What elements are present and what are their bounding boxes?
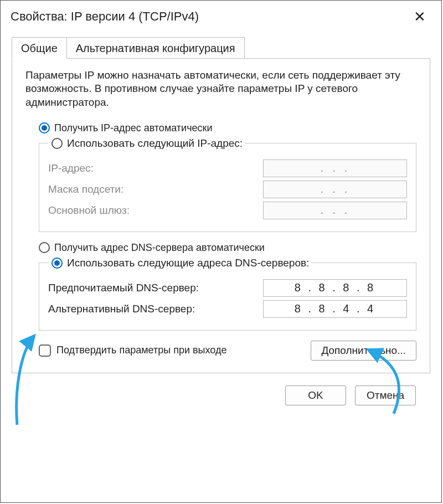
preferred-dns-input[interactable]: 8 . 8 . 8 . 8 (263, 279, 407, 297)
properties-dialog: Свойства: IP версии 4 (TCP/IPv4) ✕ Общие… (0, 0, 442, 503)
close-icon[interactable]: ✕ (408, 7, 431, 26)
checkbox-icon (39, 344, 51, 357)
radio-ip-manual[interactable]: Использовать следующий IP-адрес: (50, 137, 243, 150)
dns-manual-group: Использовать следующие адреса DNS-сервер… (39, 257, 416, 331)
gateway-label: Основной шлюз: (48, 204, 130, 217)
radio-icon (39, 122, 50, 133)
tab-alternate[interactable]: Альтернативная конфигурация (66, 37, 245, 59)
tab-general[interactable]: Общие (12, 37, 67, 59)
subnet-mask-label: Маска подсети: (48, 183, 123, 196)
titlebar: Свойства: IP версии 4 (TCP/IPv4) ✕ (1, 1, 441, 32)
subnet-mask-input: . . . (263, 181, 407, 198)
radio-ip-manual-label: Использовать следующий IP-адрес: (67, 137, 243, 150)
dialog-footer: OK Отмена (12, 373, 430, 405)
cancel-button[interactable]: Отмена (355, 385, 416, 405)
ip-address-input: . . . (263, 160, 407, 177)
radio-icon (51, 258, 63, 269)
window-title: Свойства: IP версии 4 (TCP/IPv4) (11, 9, 199, 24)
validate-label: Подтвердить параметры при выходе (56, 344, 226, 356)
ip-address-label: IP-адрес: (48, 162, 94, 174)
tab-strip: Общие Альтернативная конфигурация (12, 37, 430, 59)
dialog-body: Общие Альтернативная конфигурация Параме… (1, 37, 441, 405)
radio-ip-auto[interactable]: Получить IP-адрес автоматически (39, 122, 416, 134)
general-panel: Параметры IP можно назначать автоматичес… (12, 58, 430, 373)
radio-ip-auto-label: Получить IP-адрес автоматически (54, 122, 213, 134)
radio-dns-manual[interactable]: Использовать следующие адреса DNS-сервер… (50, 257, 309, 269)
ok-button[interactable]: OK (285, 385, 346, 405)
ip-manual-group: Использовать следующий IP-адрес: IP-адре… (39, 137, 416, 232)
alternate-dns-input[interactable]: 8 . 8 . 4 . 4 (263, 300, 407, 318)
radio-icon (51, 138, 63, 149)
alternate-dns-label: Альтернативный DNS-сервер: (48, 303, 195, 315)
radio-dns-auto-label: Получить адрес DNS-сервера автоматически (54, 242, 265, 254)
radio-dns-auto[interactable]: Получить адрес DNS-сервера автоматически (39, 242, 416, 254)
advanced-button[interactable]: Дополнительно... (311, 341, 416, 361)
preferred-dns-label: Предпочитаемый DNS-сервер: (48, 282, 199, 294)
description-text: Параметры IP можно назначать автоматичес… (25, 69, 416, 109)
validate-checkbox[interactable]: Подтвердить параметры при выходе (39, 344, 226, 357)
radio-dns-manual-label: Использовать следующие адреса DNS-сервер… (67, 257, 309, 269)
gateway-input: . . . (263, 202, 407, 219)
radio-icon (39, 242, 50, 253)
